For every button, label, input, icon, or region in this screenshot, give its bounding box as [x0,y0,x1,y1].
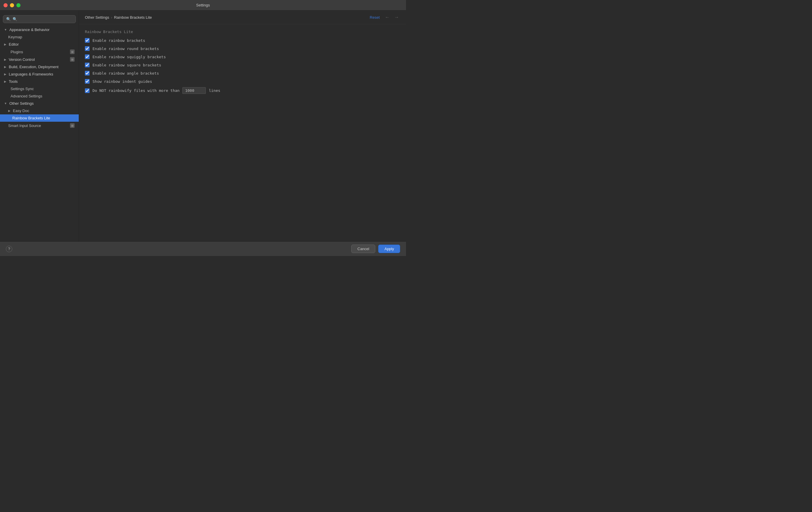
search-icon: 🔍 [6,17,11,21]
chevron-right-icon: ▶ [4,80,6,83]
minimize-button[interactable] [10,3,14,7]
enable-rainbow-square-checkbox[interactable] [85,63,90,67]
sidebar-item-languages[interactable]: ▶ Languages & Frameworks [0,70,79,78]
enable-rainbow-angle-label: Enable rainbow angle brackets [92,71,159,76]
nav-arrows: ← → [384,14,400,20]
sidebar-item-label: Tools [9,79,18,84]
plugin-badge: ⊞ [70,50,75,54]
sidebar-item-label: Settings Sync [10,87,34,91]
chevron-right-icon: ▶ [4,72,6,76]
bottom-right: Cancel Apply [351,245,400,253]
sidebar-item-rainbow-brackets[interactable]: Rainbow Brackets Lite [0,114,79,122]
sidebar-item-label: Keymap [8,35,22,39]
checkbox-row-1: Enable rainbow brackets [85,38,400,43]
enable-rainbow-round-label: Enable rainbow round brackets [92,47,159,51]
sidebar-item-label: Rainbow Brackets Lite [12,116,50,120]
sidebar-item-settings-sync[interactable]: Settings Sync [0,85,79,92]
window-controls [3,3,21,7]
enable-rainbow-brackets-checkbox[interactable] [85,38,90,43]
sidebar-item-version-control[interactable]: ▶ Version Control ⊞ [0,56,79,63]
breadcrumb: Other Settings › Rainbow Brackets Lite [85,15,152,20]
chevron-right-icon: ▶ [4,58,6,61]
sidebar-item-label: Appearance & Behavior [9,28,50,32]
sidebar-item-advanced[interactable]: Advanced Settings [0,92,79,100]
lines-prefix: Do NOT rainbowify files with more than [92,88,179,93]
sidebar-item-label: Version Control [9,57,35,62]
sidebar-item-label: Smart Input Source [8,123,41,128]
sidebar-item-keymap[interactable]: Keymap [0,33,79,41]
checkbox-row-4: Enable rainbow square brackets [85,63,400,67]
checkbox-row-5: Enable rainbow angle brackets [85,71,400,76]
chevron-right-icon: ▶ [8,109,10,112]
content-area: Other Settings › Rainbow Brackets Lite R… [79,10,406,241]
content-header: Other Settings › Rainbow Brackets Lite R… [79,10,406,24]
content-body: Rainbow Brackets Lite Enable rainbow bra… [79,24,406,103]
sidebar-item-build[interactable]: ▶ Build, Execution, Deployment [0,63,79,70]
sidebar-item-label: Easy Doc [13,109,29,113]
sidebar-item-smart-input[interactable]: Smart Input Source ⊞ [0,122,79,129]
lines-input[interactable] [182,87,206,94]
forward-arrow[interactable]: → [393,14,400,20]
back-arrow[interactable]: ← [384,14,391,20]
sidebar-item-other[interactable]: ▼ Other Settings [0,100,79,107]
apply-button[interactable]: Apply [378,245,400,253]
sidebar-item-label: Plugins [10,50,23,54]
sidebar-item-editor[interactable]: ▶ Editor [0,41,79,48]
close-button[interactable] [3,3,8,7]
search-input[interactable] [12,17,72,21]
main-layout: 🔍 ▼ Appearance & Behavior Keymap ▶ Edito… [0,10,406,241]
lines-suffix: lines [209,88,220,93]
sidebar-item-label: Editor [9,42,19,47]
vc-badge: ⊞ [70,57,75,62]
title-bar: Settings [0,0,406,10]
checkbox-row-3: Enable rainbow squiggly brackets [85,54,400,59]
breadcrumb-separator: › [111,15,112,20]
enable-rainbow-squiggly-label: Enable rainbow squiggly brackets [92,55,166,59]
maximize-button[interactable] [17,3,21,7]
sidebar-item-label: Languages & Frameworks [9,72,53,77]
chevron-down-icon: ▼ [4,102,7,105]
smart-input-badge: ⊞ [70,123,75,128]
chevron-right-icon: ▶ [4,43,6,46]
enable-rainbow-angle-checkbox[interactable] [85,71,90,76]
enable-rainbow-square-label: Enable rainbow square brackets [92,63,161,67]
chevron-right-icon: ▶ [4,65,6,68]
show-rainbow-indent-label: Show rainbow indent guides [92,79,152,84]
lines-row: Do NOT rainbowify files with more than l… [85,87,400,94]
window-title: Settings [196,3,210,7]
enable-rainbow-squiggly-checkbox[interactable] [85,54,90,59]
search-container[interactable]: 🔍 [3,15,76,23]
do-not-rainbowify-checkbox[interactable] [85,88,90,93]
reset-button[interactable]: Reset [370,15,380,20]
sidebar-item-tools[interactable]: ▶ Tools [0,78,79,85]
sidebar-item-label: Build, Execution, Deployment [9,65,59,69]
section-title: Rainbow Brackets Lite [85,30,400,34]
sidebar-item-easy-doc[interactable]: ▶ Easy Doc [0,107,79,114]
bottom-bar: ? Cancel Apply [0,241,406,256]
sidebar-item-label: Other Settings [9,101,34,106]
header-right: Reset ← → [370,14,400,20]
chevron-down-icon: ▼ [4,28,7,31]
help-button[interactable]: ? [6,246,12,252]
sidebar-item-label: Advanced Settings [10,94,42,98]
enable-rainbow-brackets-label: Enable rainbow brackets [92,38,145,43]
sidebar-item-appearance[interactable]: ▼ Appearance & Behavior [0,26,79,33]
sidebar: 🔍 ▼ Appearance & Behavior Keymap ▶ Edito… [0,10,79,241]
show-rainbow-indent-checkbox[interactable] [85,79,90,84]
cancel-button[interactable]: Cancel [351,245,375,253]
sidebar-item-plugins[interactable]: Plugins ⊞ [0,48,79,56]
enable-rainbow-round-checkbox[interactable] [85,46,90,51]
checkbox-row-2: Enable rainbow round brackets [85,46,400,51]
checkbox-row-6: Show rainbow indent guides [85,79,400,84]
breadcrumb-parent: Other Settings [85,15,109,20]
breadcrumb-current: Rainbow Brackets Lite [114,15,152,20]
bottom-left: ? [6,246,12,252]
